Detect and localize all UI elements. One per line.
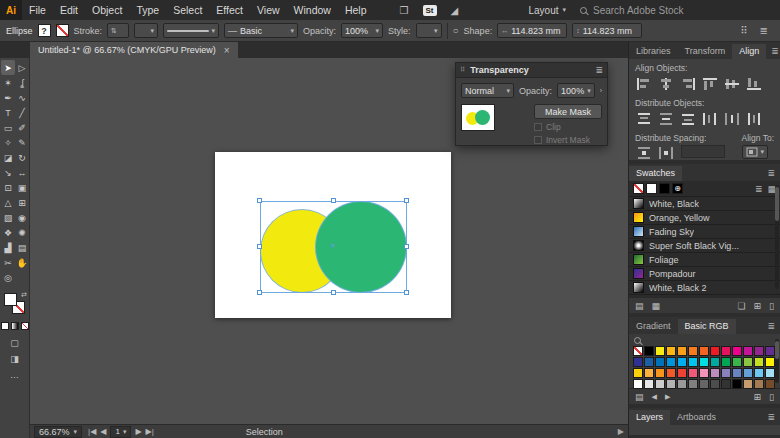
swatch[interactable] bbox=[644, 368, 654, 378]
horizontal-distribute-center-icon[interactable] bbox=[723, 111, 740, 126]
panel-menu-icon[interactable]: ≣ bbox=[760, 25, 768, 36]
mesh-tool[interactable]: ⊞ bbox=[15, 195, 29, 210]
swatch[interactable] bbox=[743, 368, 753, 378]
swatch[interactable] bbox=[646, 183, 657, 194]
swatch[interactable] bbox=[732, 346, 742, 356]
swatch[interactable] bbox=[721, 346, 731, 356]
swatch[interactable] bbox=[688, 368, 698, 378]
swatch[interactable] bbox=[666, 379, 676, 389]
vertical-align-bottom-icon[interactable] bbox=[745, 76, 762, 91]
prev-swatch-icon[interactable]: ◀ bbox=[652, 393, 657, 401]
swatch[interactable] bbox=[765, 346, 775, 356]
swatch[interactable] bbox=[699, 357, 709, 367]
selection-handle-e[interactable] bbox=[404, 244, 409, 249]
swatch[interactable] bbox=[644, 346, 654, 356]
clip-checkbox[interactable] bbox=[534, 123, 542, 131]
free-transform-tool[interactable]: ⊡ bbox=[1, 180, 15, 195]
swatch[interactable] bbox=[666, 346, 676, 356]
swatch[interactable] bbox=[732, 368, 742, 378]
last-artboard-icon[interactable]: ▶| bbox=[146, 427, 154, 436]
app-logo-icon[interactable]: Ai bbox=[0, 0, 22, 20]
vertical-distribute-space-icon[interactable] bbox=[635, 145, 652, 160]
swatch-none[interactable] bbox=[633, 346, 643, 356]
fill-color-swatch[interactable]: ? bbox=[38, 24, 51, 37]
gradient-tool[interactable]: ▨ bbox=[1, 210, 15, 225]
edit-toolbar-icon[interactable]: … bbox=[10, 370, 19, 380]
draw-mode-icon[interactable]: ▢ bbox=[10, 338, 19, 348]
swatch[interactable] bbox=[666, 357, 676, 367]
swatch[interactable] bbox=[655, 357, 665, 367]
gpu-performance-icon[interactable]: ◢ bbox=[451, 5, 459, 16]
swatch-list-item[interactable]: White, Black bbox=[629, 197, 780, 211]
swatch[interactable] bbox=[644, 357, 654, 367]
swatch[interactable] bbox=[721, 379, 731, 389]
swatch[interactable] bbox=[677, 357, 687, 367]
menu-effect[interactable]: Effect bbox=[209, 0, 250, 20]
horizontal-align-right-icon[interactable] bbox=[679, 76, 696, 91]
swatch[interactable] bbox=[743, 346, 753, 356]
swatch-list-item[interactable]: White, Black 2 bbox=[629, 281, 780, 295]
shape-width-field[interactable]: ↔ 114.823 mm bbox=[497, 23, 567, 38]
swatches-scrollbar[interactable] bbox=[775, 185, 779, 289]
swatch[interactable] bbox=[732, 357, 742, 367]
swatch[interactable] bbox=[677, 346, 687, 356]
swatch[interactable] bbox=[633, 357, 643, 367]
swatch[interactable] bbox=[655, 379, 665, 389]
new-color-group-icon[interactable]: ❏ bbox=[737, 301, 745, 311]
screen-mode-icon[interactable]: ◨ bbox=[10, 354, 19, 364]
vertical-align-center-icon[interactable] bbox=[723, 76, 740, 91]
pen-tool[interactable]: ✒ bbox=[1, 90, 15, 105]
swatch[interactable] bbox=[666, 368, 676, 378]
tab-layers[interactable]: Layers bbox=[629, 410, 670, 425]
color-button[interactable] bbox=[1, 322, 9, 330]
vertical-align-top-icon[interactable] bbox=[701, 76, 718, 91]
swatch[interactable] bbox=[765, 357, 775, 367]
settings-grid-icon[interactable]: ⠿ bbox=[740, 25, 747, 36]
swatch[interactable] bbox=[754, 368, 764, 378]
swatch-kinds-icon[interactable]: ▦ bbox=[652, 301, 661, 311]
swatch[interactable] bbox=[710, 357, 720, 367]
tab-transform[interactable]: Transform bbox=[678, 44, 733, 59]
swatch[interactable] bbox=[688, 379, 698, 389]
selection-handle-nw[interactable] bbox=[257, 198, 262, 203]
menu-edit[interactable]: Edit bbox=[53, 0, 85, 20]
make-mask-button[interactable]: Make Mask bbox=[534, 104, 602, 119]
blend-mode-dropdown[interactable]: Normal ▾ bbox=[461, 83, 514, 98]
column-graph-tool[interactable]: ▟ bbox=[1, 240, 15, 255]
swatch-libraries-icon[interactable]: ▤ bbox=[635, 392, 644, 402]
opacity-dropdown[interactable]: 100% ▾ bbox=[341, 23, 383, 38]
new-swatch-icon[interactable]: ⊞ bbox=[754, 392, 762, 402]
swatch[interactable] bbox=[765, 379, 775, 389]
style-dropdown[interactable]: ▾ bbox=[416, 23, 442, 38]
swatch[interactable] bbox=[633, 368, 643, 378]
object-thumbnail[interactable] bbox=[461, 104, 495, 131]
lasso-tool[interactable]: ʆ bbox=[15, 75, 29, 90]
horizontal-distribute-space-icon[interactable] bbox=[657, 145, 674, 160]
menu-view[interactable]: View bbox=[250, 0, 287, 20]
menu-window[interactable]: Window bbox=[287, 0, 338, 20]
horizontal-align-center-icon[interactable] bbox=[657, 76, 674, 91]
swatch[interactable] bbox=[743, 379, 753, 389]
swatch[interactable] bbox=[655, 368, 665, 378]
panel-menu-icon[interactable]: ≣ bbox=[762, 319, 780, 334]
swatch[interactable] bbox=[721, 368, 731, 378]
invert-mask-checkbox[interactable] bbox=[534, 136, 542, 144]
document-tab[interactable]: Untitled-1* @ 66.67% (CMYK/GPU Preview) … bbox=[30, 42, 238, 58]
direct-selection-tool[interactable]: ▷ bbox=[15, 60, 29, 75]
panel-menu-icon[interactable]: ≣ bbox=[595, 65, 603, 75]
swatch[interactable] bbox=[644, 379, 654, 389]
first-artboard-icon[interactable]: |◀ bbox=[88, 427, 96, 436]
swatch-registration[interactable]: ⊕ bbox=[672, 183, 683, 194]
tab-align[interactable]: Align bbox=[732, 44, 766, 59]
shaper-tool[interactable]: ✧ bbox=[1, 135, 15, 150]
perspective-grid-tool[interactable]: △ bbox=[1, 195, 15, 210]
swatch[interactable] bbox=[655, 346, 665, 356]
stock-search-input[interactable]: Search Adobe Stock bbox=[580, 5, 710, 16]
vertical-distribute-bottom-icon[interactable] bbox=[679, 111, 696, 126]
new-swatch-icon[interactable]: ⊞ bbox=[754, 301, 762, 311]
tab-artboards[interactable]: Artboards bbox=[670, 410, 723, 425]
selection-tool[interactable]: ➤ bbox=[1, 60, 15, 75]
swatch[interactable] bbox=[699, 379, 709, 389]
swatch[interactable] bbox=[710, 379, 720, 389]
magic-wand-tool[interactable]: ✶ bbox=[1, 75, 15, 90]
